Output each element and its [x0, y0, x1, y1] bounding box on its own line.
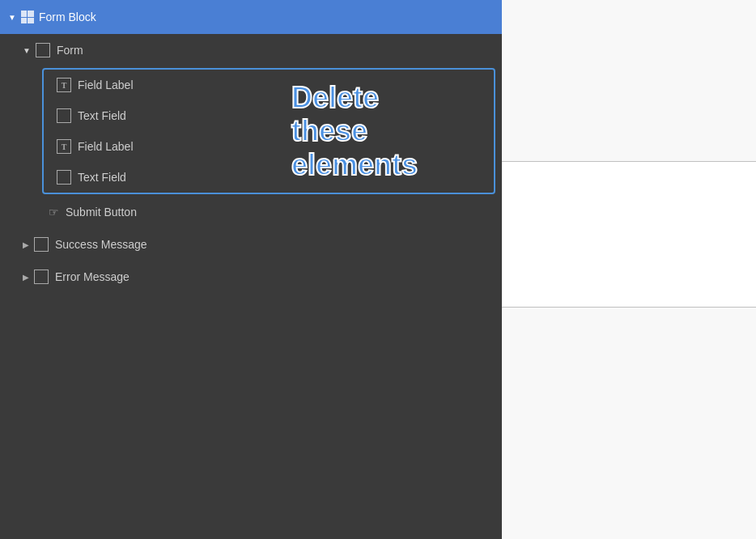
- field-label-2-item[interactable]: T Field Label: [44, 131, 494, 162]
- hand-icon: ☞: [49, 206, 59, 219]
- form-label: Form: [57, 44, 83, 57]
- text-field-2-text: Text Field: [78, 171, 126, 184]
- right-top-section: [502, 0, 756, 162]
- left-panel: ▼ Form Block ▼ Form T Field Label Text F…: [0, 0, 502, 539]
- text-field-2-item[interactable]: Text Field: [44, 162, 494, 193]
- text-icon-2: T: [57, 139, 71, 154]
- error-message-label: Error Message: [55, 270, 130, 283]
- error-square-icon: [34, 270, 49, 284]
- submit-button-label: Submit Button: [66, 206, 137, 219]
- field-label-1-item[interactable]: T Field Label: [44, 70, 494, 100]
- field-label-1-text: Field Label: [78, 79, 134, 91]
- form-square-icon: [36, 43, 50, 57]
- right-mid-section: [502, 162, 756, 308]
- submit-button-row[interactable]: ☞ Submit Button: [0, 196, 502, 228]
- right-panel: [502, 0, 756, 539]
- success-square-icon: [34, 237, 49, 252]
- text-field-1-item[interactable]: Text Field: [44, 100, 494, 131]
- square-icon-2: [57, 170, 71, 185]
- square-icon-1: [57, 108, 71, 123]
- text-field-1-text: Text Field: [78, 109, 126, 122]
- form-block-row[interactable]: ▼ Form Block: [0, 0, 502, 34]
- form-block-label: Form Block: [39, 11, 96, 23]
- success-chevron-icon: ▶: [23, 240, 29, 249]
- success-message-label: Success Message: [55, 238, 147, 251]
- form-row[interactable]: ▼ Form: [0, 34, 502, 66]
- error-chevron-icon: ▶: [23, 273, 29, 282]
- right-bottom-section: [502, 308, 756, 539]
- error-message-row[interactable]: ▶ Error Message: [0, 261, 502, 293]
- field-label-2-text: Field Label: [78, 140, 134, 153]
- chevron-down-icon: ▼: [8, 13, 16, 22]
- highlighted-elements-group: T Field Label Text Field T Field Label T…: [42, 68, 495, 194]
- form-chevron-icon: ▼: [23, 46, 31, 55]
- text-icon-1: T: [57, 78, 71, 92]
- success-message-row[interactable]: ▶ Success Message: [0, 228, 502, 261]
- form-block-icon: [21, 11, 34, 23]
